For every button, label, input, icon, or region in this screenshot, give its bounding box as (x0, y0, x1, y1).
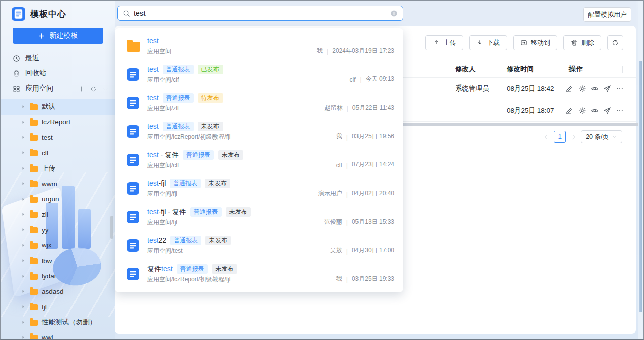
search-result-item[interactable]: test普通报表待发布应用空间/zll赵留林|05月22日 11:43 (115, 89, 403, 117)
badge-pending: 待发布 (198, 93, 223, 103)
settings-icon[interactable] (578, 84, 586, 93)
folder-name: lczReport (42, 118, 70, 126)
caret-right-icon (21, 258, 26, 263)
folder-name: test (42, 134, 53, 141)
badge-unpublished: 未发布 (226, 207, 251, 217)
refresh-list-button[interactable] (607, 35, 623, 50)
badge-report: 普通报表 (177, 264, 208, 274)
search-result-item[interactable]: test应用空间我|2024年03月19日 17:23 (115, 32, 403, 60)
tree-folder[interactable]: wwi (1, 330, 115, 340)
tree-folder[interactable]: lczReport (1, 115, 115, 130)
caret-right-icon (21, 150, 26, 155)
badge-unpublished: 未发布 (198, 122, 223, 131)
edit-icon[interactable] (565, 84, 574, 93)
search-result-item[interactable]: 复件test普通报表未发布应用空间/lczReport/初级教程/fjl我|03… (115, 260, 403, 289)
current-page[interactable]: 1 (554, 131, 566, 143)
sidebar-item-app-space[interactable]: 应用空间 (1, 81, 115, 96)
tree-folder[interactable]: lydai (1, 269, 115, 284)
tree-folder[interactable]: 上传 (1, 160, 115, 176)
chevron-down-icon (612, 134, 617, 139)
trash-icon (13, 70, 20, 77)
sidebar-item-recent[interactable]: 最近 (1, 51, 115, 66)
download-button[interactable]: 下载 (469, 35, 507, 50)
more-icon[interactable] (616, 84, 624, 93)
refresh-tree-icon[interactable] (90, 86, 97, 92)
publish-icon[interactable] (603, 107, 611, 115)
tree-folder[interactable]: fjl (1, 299, 115, 315)
search-icon (123, 10, 130, 17)
chevron-down-icon[interactable] (102, 86, 109, 92)
result-title: test普通报表未发布 (147, 122, 230, 131)
folder-icon (30, 212, 38, 218)
publish-icon[interactable] (603, 84, 611, 93)
tree-folder[interactable]: lbw (1, 253, 115, 269)
caret-right-icon (21, 212, 26, 217)
configure-mock-user-button[interactable]: 配置模拟用户 (583, 7, 631, 22)
caret-right-icon (21, 289, 26, 294)
search-result-item[interactable]: test普通报表未发布应用空间/lczReport/初级教程/fjl我|03月2… (115, 117, 403, 146)
tree-folder[interactable]: clf (1, 145, 115, 161)
result-title: test普通报表已发布 (147, 65, 223, 74)
folder-icon (127, 42, 140, 52)
search-result-item[interactable]: test普通报表已发布应用空间/clfclf|今天 09:13 (115, 60, 403, 89)
folder-name: fjl (42, 303, 47, 311)
more-icon[interactable] (616, 107, 624, 115)
result-time: 04月02日 20:40 (352, 189, 394, 198)
tree-folder[interactable]: test (1, 130, 115, 145)
sidebar: 模板中心 新建模板 最近回收站 应用空间 默认lczReporttestclf上… (1, 1, 115, 339)
clear-search-icon[interactable] (390, 10, 398, 17)
preview-icon[interactable] (591, 107, 599, 115)
folder-name: wwm (42, 180, 57, 188)
vertical-scrollbar[interactable] (638, 1, 643, 340)
next-page-icon[interactable] (570, 134, 576, 140)
upload-button[interactable]: 上传 (425, 35, 463, 50)
tree-folder[interactable]: yy (1, 222, 115, 238)
result-title: test普通报表待发布 (147, 93, 223, 103)
edit-icon[interactable] (565, 107, 574, 115)
tree-folder[interactable]: 默认 (1, 99, 115, 115)
caret-right-icon (21, 166, 26, 171)
caret-right-icon (21, 120, 26, 125)
add-folder-icon[interactable] (78, 86, 85, 92)
badge-report: 普通报表 (163, 93, 194, 103)
tree-folder[interactable]: urgun (1, 192, 115, 207)
move-to-button[interactable]: 移动到 (513, 35, 557, 50)
preview-icon[interactable] (591, 84, 599, 93)
result-path: 应用空间/clf (147, 161, 243, 170)
delete-button[interactable]: 删除 (563, 35, 601, 50)
page-size-select[interactable]: 20 条/页 (581, 130, 622, 143)
sidebar-item-recycle-bin[interactable]: 回收站 (1, 66, 115, 81)
result-user: 我 (336, 275, 342, 283)
scrollbar-thumb[interactable] (639, 61, 642, 312)
result-path: 应用空间/test (147, 247, 231, 256)
tree-folder[interactable]: wwm (1, 176, 115, 192)
folder-icon (30, 258, 38, 264)
tree-folder[interactable]: wjx (1, 237, 115, 253)
tree-folder[interactable]: 性能测试（勿删） (1, 314, 115, 330)
toolbar: 上传下载移动到删除 (425, 35, 623, 50)
folder-name: asdasd (42, 288, 64, 295)
folder-icon (30, 289, 38, 295)
badge-report: 普通报表 (170, 236, 201, 245)
caret-right-icon (21, 320, 26, 325)
pagination: 1 20 条/页 (544, 130, 622, 143)
search-result-item[interactable]: test-fjl - 复件普通报表未发布应用空间/fjl范俊丽|05月13日 1… (115, 203, 403, 231)
search-result-item[interactable]: test-fjl普通报表未发布应用空间/fjl演示用户|04月02日 20:40 (115, 174, 403, 203)
tree-folder[interactable]: zll (1, 207, 115, 222)
result-title: test22普通报表未发布 (147, 236, 231, 245)
folder-name: urgun (42, 195, 59, 203)
search-input[interactable]: test (117, 6, 403, 21)
result-user: 我 (317, 47, 323, 55)
result-user: 范俊丽 (324, 218, 342, 226)
result-time: 05月13日 15:33 (352, 218, 394, 226)
sidebar-item-label: 最近 (25, 54, 39, 63)
prev-page-icon[interactable] (544, 134, 549, 140)
search-results-dropdown: test应用空间我|2024年03月19日 17:23test普通报表已发布应用… (115, 28, 403, 292)
settings-icon[interactable] (578, 107, 586, 115)
tree-folder[interactable]: asdasd (1, 284, 115, 299)
new-template-button[interactable]: 新建模板 (13, 28, 103, 44)
search-result-item[interactable]: test - 复件普通报表未发布应用空间/clfclf|07月23日 14:24 (115, 146, 403, 175)
sidebar-scrollbar[interactable] (110, 216, 113, 239)
search-result-item[interactable]: test22普通报表未发布应用空间/test吴敖|04月30日 17:00 (115, 231, 403, 260)
modified-time-cell: 08月25日 18:07 (507, 106, 554, 115)
